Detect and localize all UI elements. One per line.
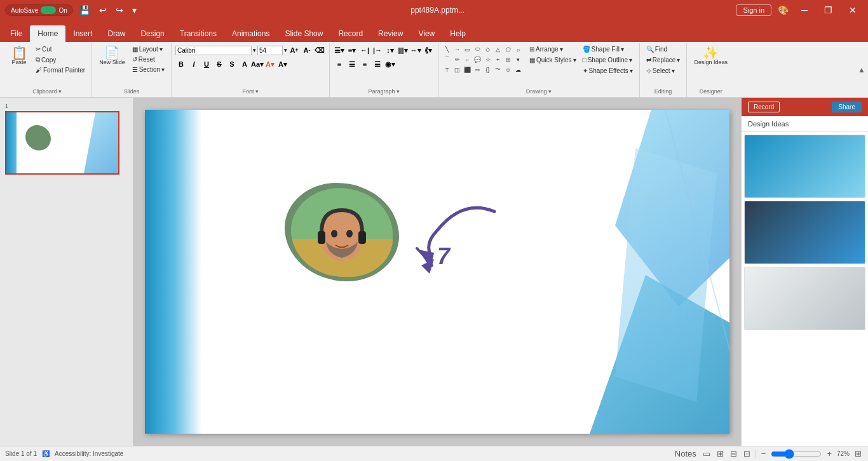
view-slide-sorter-button[interactable]: ⊞	[715, 449, 725, 458]
record-button-header[interactable]: Record	[748, 102, 780, 112]
undo-button[interactable]: ↩	[97, 4, 109, 17]
design-idea-3[interactable]	[744, 267, 865, 330]
shape-cloud-button[interactable]: ☁	[513, 65, 523, 74]
shape-callout-button[interactable]: 💬	[473, 55, 482, 64]
arrange-button[interactable]: ⊞ Arrange▾	[527, 44, 579, 54]
shapes-gallery-button[interactable]: ▾	[513, 55, 523, 64]
section-button[interactable]: ☰ Section ▾	[130, 65, 167, 74]
shape-curve-button[interactable]: ⌒	[442, 55, 452, 64]
bullets-button[interactable]: ☰▾	[334, 44, 345, 56]
close-button[interactable]: ✕	[843, 0, 863, 20]
tab-file[interactable]: File	[3, 25, 30, 42]
design-idea-2[interactable]	[744, 201, 865, 264]
columns-button[interactable]: |||▾	[397, 44, 409, 56]
shape-smiley-button[interactable]: ☺	[503, 65, 513, 74]
shape-freeform-button[interactable]: ✏	[452, 55, 462, 64]
shape-star-button[interactable]: ☆	[483, 55, 492, 64]
line-spacing-button[interactable]: ↕▾	[384, 44, 396, 56]
reset-button[interactable]: ↺ Reset	[130, 55, 167, 64]
shape-elbow-button[interactable]: ⌐	[463, 55, 472, 64]
shape-triangle-button[interactable]: △	[493, 44, 503, 54]
view-presenter-button[interactable]: ⊡	[742, 449, 752, 458]
justify-button[interactable]: ☰	[372, 58, 383, 70]
slide-thumbnail[interactable]	[5, 111, 119, 175]
minimize-button[interactable]: ─	[795, 0, 814, 20]
increase-indent-button[interactable]: |→	[372, 44, 383, 56]
shapes-more-button[interactable]: ⌕	[513, 44, 523, 54]
new-slide-button[interactable]: 📄 New Slide	[96, 44, 128, 67]
smartart-button[interactable]: ⟪▾	[423, 44, 434, 56]
tab-record[interactable]: Record	[330, 25, 370, 42]
format-painter-button[interactable]: 🖌 Format Painter	[33, 65, 88, 75]
zoom-in-button[interactable]: +	[825, 449, 833, 458]
numbering-button[interactable]: ≡▾	[346, 44, 358, 56]
shape-pentagon-button[interactable]: ⬠	[503, 44, 513, 54]
font-name-dropdown-icon[interactable]: ▾	[253, 47, 256, 53]
tab-insert[interactable]: Insert	[65, 25, 100, 42]
font-size-dropdown-icon[interactable]: ▾	[284, 47, 287, 53]
shape-block-arrow-button[interactable]: ⇨	[473, 65, 482, 74]
replace-button[interactable]: ⇄ Replace▾	[644, 55, 683, 65]
increase-font-size-button[interactable]: A+	[288, 44, 300, 56]
paste-button[interactable]: 📋 Paste	[6, 44, 32, 67]
shape-diamond-button[interactable]: ◇	[483, 44, 492, 54]
convert-smartart-button[interactable]: ◉▾	[384, 58, 396, 70]
clear-formatting-button[interactable]: ⌫	[314, 44, 325, 56]
paragraph-expand-icon[interactable]: ▾	[397, 88, 400, 95]
textbox-button[interactable]: T	[442, 65, 452, 74]
signin-button[interactable]: Sign in	[736, 4, 771, 16]
align-right-button[interactable]: ≡	[359, 58, 370, 70]
redo-button[interactable]: ↪	[113, 4, 126, 17]
customize-qs-button[interactable]: ▾	[130, 4, 139, 17]
select-button[interactable]: ⊹ Select▾	[644, 66, 677, 76]
tab-view[interactable]: View	[410, 25, 442, 42]
tab-review[interactable]: Review	[370, 25, 410, 42]
bold-button[interactable]: B	[175, 58, 187, 70]
shape-arrow-button[interactable]: →	[452, 44, 462, 54]
share-button[interactable]: Share	[832, 102, 862, 112]
quick-styles-button[interactable]: ▦ Quick Styles▾	[527, 55, 579, 65]
zoom-out-button[interactable]: −	[760, 449, 768, 458]
autosave-control[interactable]: AutoSave On	[5, 4, 73, 16]
shape-action-button[interactable]: ⬛	[463, 65, 472, 74]
text-direction-button[interactable]: ↔▾	[410, 44, 421, 56]
slide-canvas[interactable]: 7	[145, 110, 729, 434]
align-center-button[interactable]: ☰	[346, 58, 358, 70]
shadow-button[interactable]: S	[226, 58, 238, 70]
view-normal-button[interactable]: ▭	[702, 449, 712, 458]
decrease-indent-button[interactable]: ←|	[359, 44, 370, 56]
highlight-color-button[interactable]: A▾	[277, 58, 288, 70]
restore-button[interactable]: ❐	[818, 0, 839, 20]
save-button[interactable]: 💾	[77, 4, 93, 17]
copy-button[interactable]: ⧉ Copy	[33, 55, 88, 65]
strikethrough-button[interactable]: S	[214, 58, 225, 70]
tab-help[interactable]: Help	[442, 25, 473, 42]
design-idea-1[interactable]	[744, 135, 865, 198]
font-expand-icon[interactable]: ▾	[255, 88, 259, 95]
font-size-input[interactable]	[257, 46, 283, 55]
align-left-button[interactable]: ≡	[334, 58, 345, 70]
zoom-slider[interactable]	[771, 450, 822, 458]
zoom-fit-button[interactable]: ⊞	[853, 449, 863, 458]
shape-wave-button[interactable]: 〜	[493, 65, 503, 74]
shape-fill-button[interactable]: 🪣 Shape Fill▾	[580, 44, 635, 54]
char-spacing-button[interactable]: A	[239, 58, 250, 70]
person-image[interactable]	[285, 183, 399, 281]
tab-animations[interactable]: Animations	[224, 25, 277, 42]
view-reading-button[interactable]: ⊟	[729, 449, 738, 458]
autosave-toggle[interactable]	[41, 6, 56, 14]
shape-effects-button[interactable]: ✦ Shape Effects▾	[580, 66, 635, 76]
shape-more2-button[interactable]: ⊞	[503, 55, 513, 64]
drawing-expand-icon[interactable]: ▾	[548, 88, 552, 95]
font-name-input[interactable]	[175, 46, 252, 55]
underline-button[interactable]: U	[201, 58, 212, 70]
find-button[interactable]: 🔍 Find	[644, 44, 670, 54]
layout-button[interactable]: ▦ Layout ▾	[130, 44, 167, 54]
notes-button[interactable]: Notes	[674, 449, 698, 458]
shape-equation-button[interactable]: +	[493, 55, 503, 64]
shape-rect-button[interactable]: ▭	[463, 44, 472, 54]
ribbon-display-button[interactable]: 🎨	[775, 4, 791, 17]
shape-outline-button[interactable]: □ Shape Outline▾	[580, 55, 635, 65]
cut-button[interactable]: ✂ Cut	[33, 44, 88, 54]
ribbon-collapse-button[interactable]: ▲	[858, 65, 865, 74]
